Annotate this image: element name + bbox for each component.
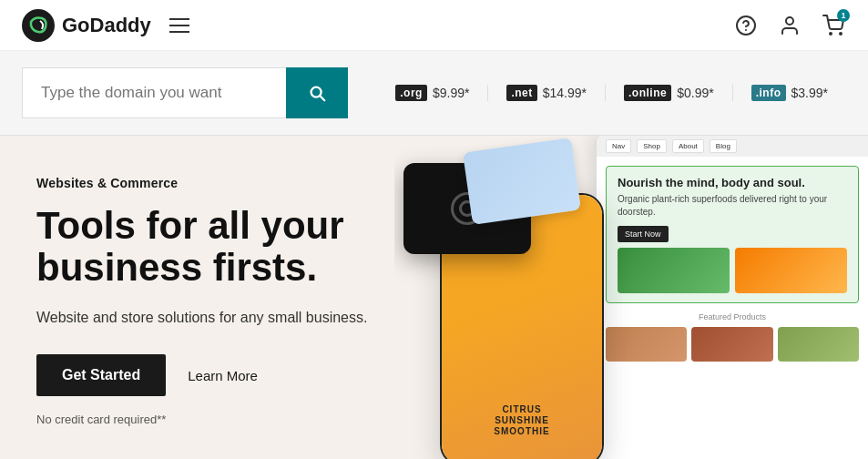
domain-item-net[interactable]: .net $14.99* bbox=[488, 85, 606, 101]
tab-blog[interactable]: Blog bbox=[710, 139, 737, 153]
blue-card-visual bbox=[463, 138, 581, 225]
hero-content: Websites & Commerce Tools for all your b… bbox=[0, 136, 419, 459]
featured-item-3 bbox=[778, 327, 859, 362]
domain-ext-online: .online bbox=[624, 85, 671, 101]
cart-icon[interactable]: 1 bbox=[821, 13, 846, 38]
wb-banner-subtitle: Organic plant-rich superfoods delivered … bbox=[618, 193, 847, 219]
search-button[interactable] bbox=[286, 67, 348, 118]
account-icon[interactable] bbox=[777, 13, 802, 38]
hero-section: Websites & Commerce Tools for all your b… bbox=[0, 136, 868, 459]
phone-text-line1: CITRUS bbox=[494, 404, 549, 415]
featured-item-1 bbox=[606, 327, 687, 362]
hamburger-line bbox=[169, 18, 189, 20]
domain-ext-org: .org bbox=[395, 85, 427, 101]
featured-row bbox=[606, 327, 859, 362]
tablet-top-bar: Nav Shop About Blog bbox=[597, 136, 868, 157]
logo-link[interactable]: GoDaddy bbox=[22, 9, 151, 42]
domain-search-input[interactable] bbox=[22, 67, 286, 118]
tab-about[interactable]: About bbox=[672, 139, 704, 153]
hero-note: No credit card required** bbox=[36, 413, 383, 426]
get-started-button[interactable]: Get Started bbox=[36, 354, 166, 396]
svg-point-5 bbox=[840, 33, 842, 35]
phone-content: CITRUS SUNSHINE SMOOTHIE bbox=[485, 395, 558, 446]
domain-ext-info: .info bbox=[751, 85, 786, 101]
website-builder-banner: Nourish the mind, body and soul. Organic… bbox=[606, 166, 859, 303]
domain-price-org: $9.99* bbox=[433, 86, 469, 100]
phone-text-line3: SMOOTHIE bbox=[494, 426, 549, 437]
godaddy-logo-icon bbox=[22, 9, 55, 42]
hero-title: Tools for all your business firsts. bbox=[36, 205, 383, 289]
domain-item-info[interactable]: .info $3.99* bbox=[733, 85, 846, 101]
learn-more-link[interactable]: Learn More bbox=[188, 368, 258, 383]
phone-text-line2: SUNSHINE bbox=[494, 415, 549, 426]
domain-ext-net: .net bbox=[506, 85, 536, 101]
hero-label: Websites & Commerce bbox=[36, 176, 383, 190]
tablet-body: Nourish the mind, body and soul. Organic… bbox=[597, 157, 868, 371]
svg-point-0 bbox=[22, 9, 55, 42]
domain-item-online[interactable]: .online $0.99* bbox=[606, 85, 733, 101]
help-icon[interactable] bbox=[733, 13, 759, 38]
header: GoDaddy 1 bbox=[0, 0, 868, 51]
featured-item-2 bbox=[691, 327, 772, 362]
tablet-mockup: Nav Shop About Blog Nourish the mind, bo… bbox=[595, 136, 868, 459]
cart-badge: 1 bbox=[837, 9, 850, 22]
hero-visual: CITRUS SUNSHINE SMOOTHIE Nav Shop About … bbox=[394, 136, 868, 459]
domain-price-online: $0.99* bbox=[677, 86, 713, 100]
wb-start-button[interactable]: Start Now bbox=[618, 226, 669, 242]
wb-image-fruit bbox=[735, 248, 847, 293]
hero-buttons: Get Started Learn More bbox=[36, 354, 383, 396]
hamburger-menu[interactable] bbox=[166, 15, 193, 36]
domain-item-org[interactable]: .org $9.99* bbox=[377, 85, 488, 101]
search-section: .org $9.99* .net $14.99* .online $0.99* … bbox=[0, 51, 868, 136]
domain-price-net: $14.99* bbox=[543, 86, 587, 100]
wb-image-row bbox=[618, 248, 847, 293]
domain-prices: .org $9.99* .net $14.99* .online $0.99* … bbox=[377, 85, 846, 101]
featured-section: Featured Products bbox=[606, 312, 859, 362]
tab-shop[interactable]: Shop bbox=[637, 139, 667, 153]
header-right: 1 bbox=[733, 13, 846, 38]
wb-image-green bbox=[618, 248, 730, 293]
wb-banner-title: Nourish the mind, body and soul. bbox=[618, 176, 847, 189]
logo-text: GoDaddy bbox=[62, 14, 151, 37]
hamburger-line bbox=[169, 25, 189, 26]
header-left: GoDaddy bbox=[22, 9, 193, 42]
svg-point-3 bbox=[786, 17, 793, 25]
tab-nav[interactable]: Nav bbox=[606, 139, 631, 153]
search-container bbox=[22, 67, 348, 118]
hamburger-line bbox=[169, 31, 189, 33]
domain-price-info: $3.99* bbox=[791, 86, 828, 100]
search-icon bbox=[307, 83, 327, 103]
svg-point-4 bbox=[830, 33, 832, 35]
hero-subtitle: Website and store solutions for any smal… bbox=[36, 307, 383, 329]
featured-label: Featured Products bbox=[606, 312, 859, 321]
